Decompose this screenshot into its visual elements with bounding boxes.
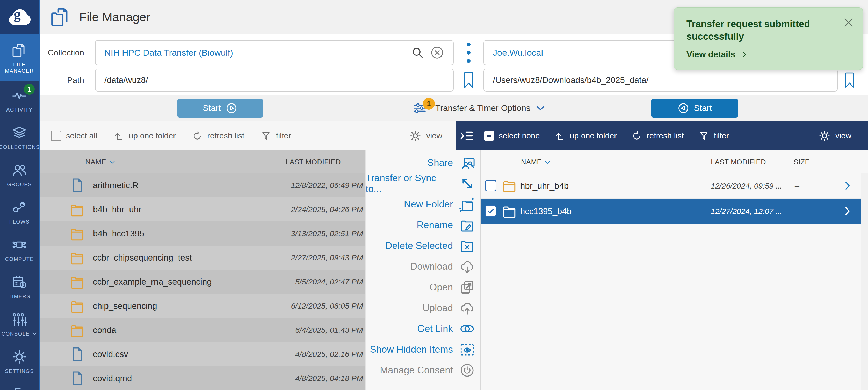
sidebar-item-label: GROUPS bbox=[7, 181, 32, 188]
menu-item-delete-selected[interactable]: Delete Selected bbox=[366, 235, 480, 256]
select-all-label: select all bbox=[66, 131, 97, 141]
filter-button[interactable]: filter bbox=[699, 131, 729, 141]
file-row[interactable]: b4b_hcc1395 3/13/2025, 02:51 PM bbox=[40, 221, 365, 246]
file-size: – bbox=[795, 181, 799, 191]
transfer-timer-options[interactable]: 1 Transfer & Timer Options bbox=[412, 99, 546, 118]
source-path-input[interactable]: /data/wuz8/ bbox=[95, 69, 454, 91]
destination-bookmark-icon[interactable] bbox=[844, 72, 855, 89]
rename-icon bbox=[459, 217, 475, 233]
sort-chevron-icon bbox=[544, 159, 551, 166]
file-name: conda bbox=[93, 325, 116, 335]
sidebar-item-console[interactable]: CONSOLE bbox=[0, 305, 39, 342]
play-circle-icon bbox=[225, 102, 238, 114]
scrollbar[interactable] bbox=[861, 173, 868, 390]
menu-item-share[interactable]: Share bbox=[366, 152, 480, 173]
file-name: arithmetic.R bbox=[93, 180, 138, 190]
modified-column-header[interactable]: LAST MODIFIED bbox=[711, 158, 766, 166]
menu-item-new-folder[interactable]: New Folder bbox=[366, 194, 480, 215]
panel-toggle-icon[interactable] bbox=[459, 129, 474, 143]
file-row[interactable]: covid.csv 4/8/2025, 02:16 PM bbox=[40, 342, 365, 366]
refresh-list-button[interactable]: refresh list bbox=[631, 131, 684, 141]
menu-item-rename[interactable]: Rename bbox=[366, 215, 480, 235]
chevron-right-icon bbox=[741, 51, 748, 58]
source-collection-input[interactable]: NIH HPC Data Transfer (Biowulf) bbox=[95, 40, 454, 65]
filter-button[interactable]: filter bbox=[260, 131, 291, 141]
file-name: chip_sequencing bbox=[93, 301, 157, 311]
check-icon bbox=[487, 207, 495, 215]
file-row[interactable]: ccbr_chipsequencing_test 2/27/2025, 09:4… bbox=[40, 246, 365, 270]
name-column-header[interactable]: NAME bbox=[86, 158, 116, 166]
file-row[interactable]: b4b_hbr_uhr 2/24/2025, 04:26 PM bbox=[40, 197, 365, 221]
file-modified: 12/27/2024, 12:07 ... bbox=[711, 207, 782, 216]
menu-item-get-link[interactable]: Get Link bbox=[366, 318, 480, 339]
search-icon[interactable] bbox=[411, 46, 424, 59]
modified-column-header[interactable]: LAST MODIFIED bbox=[286, 158, 341, 166]
destination-panel-toolbar: select none up one folder refresh list f… bbox=[456, 121, 868, 150]
sidebar-item-settings[interactable]: SETTINGS bbox=[0, 342, 39, 380]
view-settings-button[interactable]: view bbox=[409, 130, 442, 142]
file-modified: 12/8/2022, 06:49 PM bbox=[291, 181, 363, 190]
file-row[interactable]: chip_sequencing 6/12/2025, 08:05 PM bbox=[40, 294, 365, 318]
file-name: ccbr_chipsequencing_test bbox=[93, 253, 192, 263]
sidebar-item-logout[interactable]: LOGOUT bbox=[0, 380, 39, 390]
transfer-controls: Start 1 Transfer & Timer Options Start bbox=[40, 95, 868, 121]
select-all-checkbox[interactable] bbox=[51, 131, 61, 141]
chevron-right-icon[interactable] bbox=[842, 180, 853, 191]
manage-consent-icon bbox=[459, 362, 475, 378]
sidebar-item-flows[interactable]: FLOWS bbox=[0, 193, 39, 230]
name-column-header[interactable]: NAME bbox=[521, 158, 551, 166]
file-row[interactable]: ccbr_example_rna_sequencing 5/5/2024, 02… bbox=[40, 270, 365, 294]
compute-icon bbox=[11, 237, 27, 253]
refresh-list-button[interactable]: refresh list bbox=[192, 131, 244, 141]
up-one-folder-button[interactable]: up one folder bbox=[114, 131, 176, 141]
size-column-header[interactable]: SIZE bbox=[794, 158, 810, 166]
file-name: b4b_hbr_uhr bbox=[93, 204, 142, 215]
sidebar-item-label: ACTIVITY bbox=[6, 107, 33, 113]
menu-item-open: Open bbox=[366, 277, 480, 298]
view-details-link[interactable]: View details bbox=[686, 50, 748, 59]
sidebar-item-label: SETTINGS bbox=[5, 368, 34, 374]
panel-options-menu[interactable] bbox=[454, 40, 484, 65]
file-manager-app: FILE MANAGER 1 ACTIVITY COLLECTIONS GROU… bbox=[0, 0, 868, 390]
menu-item-show-hidden-items[interactable]: Show Hidden Items bbox=[366, 339, 480, 360]
view-settings-button[interactable]: view bbox=[818, 130, 851, 142]
select-all-control[interactable]: select all bbox=[51, 131, 97, 141]
file-row[interactable]: arithmetic.R 12/8/2022, 06:49 PM bbox=[40, 173, 365, 197]
start-transfer-right-button[interactable]: Start bbox=[651, 99, 738, 118]
file-icon bbox=[69, 370, 85, 386]
close-icon[interactable] bbox=[842, 16, 855, 29]
select-none-control[interactable]: select none bbox=[484, 131, 540, 141]
flows-icon bbox=[11, 199, 27, 216]
file-size: – bbox=[795, 206, 799, 216]
file-modified: 5/5/2024, 02:47 PM bbox=[295, 277, 363, 286]
sidebar-item-groups[interactable]: GROUPS bbox=[0, 156, 39, 193]
sidebar-item-compute[interactable]: COMPUTE bbox=[0, 230, 39, 268]
sidebar-item-timers[interactable]: TIMERS bbox=[0, 268, 39, 305]
globus-cloud-icon bbox=[6, 4, 33, 31]
file-row[interactable]: hcc1395_b4b 12/27/2024, 12:07 ... – bbox=[481, 199, 861, 224]
sidebar-item-file-manager[interactable]: FILE MANAGER bbox=[0, 34, 39, 81]
chevron-right-icon[interactable] bbox=[842, 206, 853, 217]
up-one-folder-button[interactable]: up one folder bbox=[554, 131, 617, 141]
source-bookmark-button[interactable] bbox=[454, 69, 484, 91]
file-row[interactable]: conda 6/4/2025, 01:43 PM bbox=[40, 318, 365, 342]
menu-item-transfer-or-sync[interactable]: Transfer or Sync to... bbox=[366, 173, 480, 194]
globus-logo[interactable] bbox=[0, 0, 39, 34]
start-transfer-left-button[interactable]: Start bbox=[177, 99, 263, 118]
open-icon bbox=[459, 279, 475, 295]
select-none-checkbox[interactable] bbox=[484, 131, 494, 141]
options-badge: 1 bbox=[423, 98, 435, 110]
sidebar-item-collections[interactable]: COLLECTIONS bbox=[0, 118, 39, 156]
destination-path-input[interactable]: /Users/wuz8/Downloads/b4b_2025_data/ bbox=[484, 69, 838, 91]
source-list-header: NAME LAST MODIFIED bbox=[40, 150, 365, 173]
page-title: File Manager bbox=[79, 10, 150, 24]
row-checkbox[interactable] bbox=[485, 180, 496, 191]
clear-collection-icon[interactable] bbox=[430, 46, 444, 60]
sidebar-item-activity[interactable]: 1 ACTIVITY bbox=[0, 81, 39, 118]
file-row[interactable]: covid.qmd 4/8/2025, 04:18 PM bbox=[40, 366, 365, 390]
filter-icon bbox=[699, 131, 709, 141]
file-name: covid.qmd bbox=[93, 373, 132, 383]
row-checkbox[interactable] bbox=[485, 205, 496, 217]
file-row[interactable]: hbr_uhr_b4b 12/26/2024, 09:59 ... – bbox=[481, 173, 861, 199]
console-icon bbox=[11, 311, 27, 328]
